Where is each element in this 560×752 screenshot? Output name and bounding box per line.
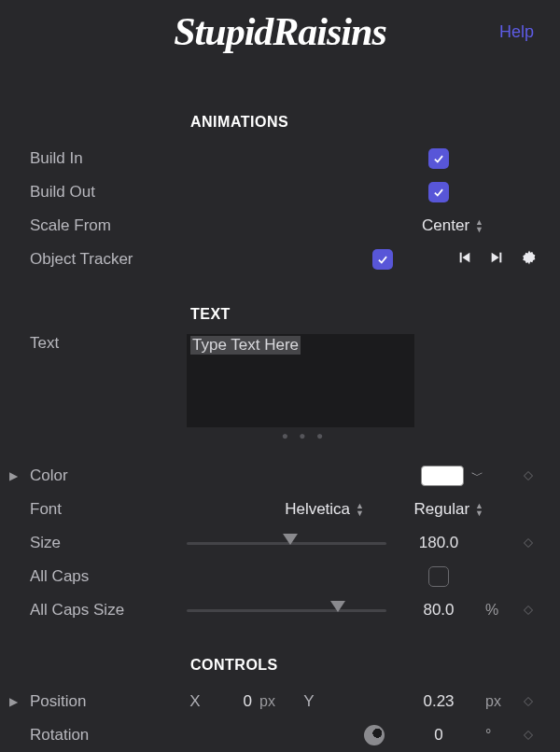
grip-dots: ● ● ● — [190, 429, 418, 442]
slider-all-caps-size[interactable] — [187, 609, 386, 612]
x-label: X — [187, 692, 203, 711]
row-build-in: Build In — [0, 142, 560, 175]
label-font: Font — [26, 500, 187, 519]
logo: StupidRaisins — [174, 9, 385, 54]
svg-rect-0 — [460, 253, 462, 263]
position-y-value[interactable]: 0.23 — [423, 692, 454, 711]
disclosure-color[interactable]: ▶ — [0, 469, 26, 482]
row-object-tracker: Object Tracker — [0, 243, 560, 276]
svg-marker-6 — [525, 539, 533, 548]
label-rotation: Rotation — [26, 726, 187, 745]
section-title-controls: CONTROLS — [0, 657, 560, 674]
label-all-caps-size: All Caps Size — [26, 601, 187, 620]
label-text: Text — [26, 334, 187, 353]
row-size: Size 180.0 — [0, 526, 560, 560]
position-y-unit: px — [483, 693, 510, 710]
slider-thumb[interactable] — [330, 601, 345, 612]
checkbox-build-in[interactable] — [428, 148, 449, 169]
help-link[interactable]: Help — [499, 22, 534, 42]
label-color: Color — [26, 467, 187, 485]
text-input-wrap[interactable]: Type Text Here — [187, 334, 414, 427]
slider-thumb[interactable] — [283, 534, 298, 545]
size-value[interactable]: 180.0 — [419, 534, 459, 552]
row-build-out: Build Out — [0, 175, 560, 209]
svg-marker-1 — [462, 253, 469, 263]
dropdown-font-weight[interactable]: Regular ▲▼ — [414, 500, 483, 519]
label-all-caps: All Caps — [26, 567, 187, 586]
svg-marker-2 — [492, 253, 499, 263]
svg-marker-9 — [525, 731, 533, 740]
disclosure-position[interactable]: ▶ — [0, 695, 26, 708]
label-object-tracker: Object Tracker — [26, 250, 187, 269]
color-swatch[interactable] — [421, 466, 464, 486]
row-text: Text Type Text Here — [0, 334, 560, 427]
keyframe-rotation[interactable] — [510, 730, 547, 741]
label-size: Size — [26, 534, 187, 552]
font-weight-value: Regular — [414, 500, 470, 519]
label-scale-from: Scale From — [26, 216, 187, 235]
rotation-unit: ° — [483, 727, 510, 744]
gear-icon[interactable] — [517, 245, 541, 273]
stepper-icon: ▲▼ — [475, 218, 483, 233]
checkbox-build-out[interactable] — [428, 182, 449, 202]
svg-rect-3 — [499, 253, 501, 263]
keyframe-size[interactable] — [510, 537, 547, 549]
dropdown-font-family[interactable]: Helvetica ▲▼ — [285, 500, 364, 519]
all-caps-size-unit: % — [483, 602, 510, 619]
keyframe-all-caps-size[interactable] — [510, 605, 547, 616]
label-build-in: Build In — [26, 149, 187, 168]
svg-marker-7 — [525, 606, 533, 615]
y-label: Y — [301, 692, 317, 711]
position-x-value[interactable]: 0 — [207, 692, 252, 711]
all-caps-size-value[interactable]: 80.0 — [423, 601, 454, 620]
label-position: Position — [26, 692, 187, 711]
position-x-unit: px — [256, 693, 282, 710]
skip-start-icon[interactable] — [454, 246, 476, 272]
dropdown-scale-from[interactable]: Center ▲▼ — [422, 216, 483, 235]
rotation-dial[interactable] — [364, 725, 385, 745]
dropdown-scale-from-value: Center — [422, 216, 469, 235]
font-family-value: Helvetica — [285, 500, 350, 519]
label-build-out: Build Out — [26, 183, 187, 202]
checkbox-object-tracker[interactable] — [372, 249, 393, 270]
keyframe-position[interactable] — [510, 696, 547, 707]
skip-end-icon[interactable] — [485, 246, 508, 272]
section-title-animations: ANIMATIONS — [0, 114, 560, 131]
row-scale-from: Scale From Center ▲▼ — [0, 209, 560, 243]
rotation-value[interactable]: 0 — [434, 726, 442, 745]
chevron-down-icon[interactable]: ﹀ — [471, 467, 483, 484]
row-position: ▶ Position X 0 px Y 0.23 px — [0, 685, 560, 718]
row-all-caps: All Caps — [0, 560, 560, 593]
header: StupidRaisins Help — [0, 0, 560, 63]
text-placeholder: Type Text Here — [190, 336, 301, 355]
checkbox-all-caps[interactable] — [428, 566, 449, 587]
stepper-icon: ▲▼ — [475, 502, 483, 517]
row-font: Font Helvetica ▲▼ Regular ▲▼ — [0, 493, 560, 526]
svg-marker-8 — [525, 698, 533, 706]
keyframe-color[interactable] — [510, 470, 547, 481]
stepper-icon: ▲▼ — [356, 502, 364, 517]
section-title-text: TEXT — [0, 306, 560, 323]
svg-marker-5 — [525, 472, 533, 480]
row-all-caps-size: All Caps Size 80.0 % — [0, 593, 560, 627]
slider-size[interactable] — [187, 542, 386, 545]
row-color: ▶ Color ﹀ — [0, 459, 560, 493]
row-rotation: Rotation 0 ° — [0, 718, 560, 752]
